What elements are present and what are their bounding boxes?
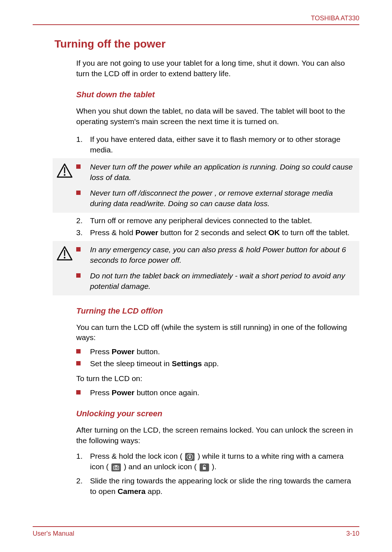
svg-point-5 xyxy=(64,257,65,258)
svg-rect-7 xyxy=(189,457,191,458)
caution-text: In any emergency case, you can also pres… xyxy=(90,245,356,266)
page-header: TOSHIBA AT330 xyxy=(33,15,359,25)
bullet-icon xyxy=(76,247,81,252)
lcd-on-list: Press Power button once again. xyxy=(76,388,359,398)
shutdown-intro: When you shut down the tablet, no data w… xyxy=(76,106,359,127)
step-number: 3. xyxy=(76,228,90,238)
footer-left: User's Manual xyxy=(33,530,74,537)
caution-text: Never turn off the power while an applic… xyxy=(90,162,356,183)
svg-point-9 xyxy=(115,467,117,469)
svg-rect-11 xyxy=(203,467,206,470)
lock-icon xyxy=(185,453,195,461)
warning-icon xyxy=(57,163,73,179)
step-text: If you have entered data, either save it… xyxy=(90,134,359,155)
manual-page: TOSHIBA AT330 Turning off the power If y… xyxy=(0,0,392,552)
unlock-intro: After turning on the LCD, the screen rem… xyxy=(76,425,359,446)
bullet-icon xyxy=(76,164,81,169)
lcd-off-list: Press Power button. Set the sleep timeou… xyxy=(76,347,359,369)
step-number: 2. xyxy=(76,476,90,486)
product-name: TOSHIBA AT330 xyxy=(311,15,359,22)
page-footer: User's Manual 3-10 xyxy=(33,526,359,537)
unlock-icon xyxy=(200,463,209,471)
lcd-intro: You can turn the LCD off (while the syst… xyxy=(76,322,359,343)
step-text: Press & hold the lock icon ( ) while it … xyxy=(90,451,359,472)
lcd-heading: Turning the LCD off/on xyxy=(76,306,359,316)
step-text: Slide the ring towards the appearing loc… xyxy=(90,476,359,497)
bullet-icon xyxy=(76,390,81,394)
shutdown-heading: Shut down the tablet xyxy=(76,90,359,99)
camera-icon xyxy=(111,463,121,471)
step-number: 1. xyxy=(76,451,90,462)
caution-text: Do not turn the tablet back on immediate… xyxy=(90,271,356,292)
bullet-text: Press Power button. xyxy=(90,347,359,357)
step-number: 2. xyxy=(76,216,90,226)
bullet-icon xyxy=(76,273,81,278)
caution-block-2: In any emergency case, you can also pres… xyxy=(53,241,359,295)
warning-icon xyxy=(57,246,73,262)
svg-rect-10 xyxy=(115,465,117,466)
bullet-text: Set the sleep timeout in Settings app. xyxy=(90,359,359,369)
step-number: 1. xyxy=(76,134,90,145)
section-intro: If you are not going to use your tablet … xyxy=(76,58,359,79)
unlock-steps: 1. Press & hold the lock icon ( ) while … xyxy=(76,451,359,497)
shutdown-step-2-3: 2. Turn off or remove any peripheral dev… xyxy=(76,216,359,238)
svg-point-2 xyxy=(64,174,65,176)
bullet-icon xyxy=(76,191,81,195)
caution-block-1: Never turn off the power while an applic… xyxy=(53,158,359,213)
bullet-icon xyxy=(76,349,81,353)
unlock-heading: Unlocking your screen xyxy=(76,409,359,418)
lcd-on-label: To turn the LCD on: xyxy=(76,373,359,384)
caution-text: Never turn off /disconnect the power , o… xyxy=(90,188,356,209)
step-text: Turn off or remove any peripheral device… xyxy=(90,216,359,226)
section-title: Turning off the power xyxy=(54,38,359,50)
shutdown-step-1: 1. If you have entered data, either save… xyxy=(76,134,359,155)
bullet-text: Press Power button once again. xyxy=(90,388,359,398)
step-text: Press & hold Power button for 2 seconds … xyxy=(90,228,359,238)
bullet-icon xyxy=(76,361,81,365)
footer-page-number: 3-10 xyxy=(346,530,359,537)
